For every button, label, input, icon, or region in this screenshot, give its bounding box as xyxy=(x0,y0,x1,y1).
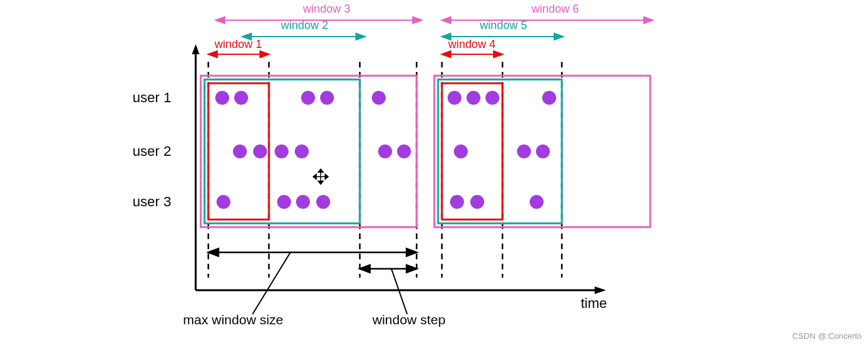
svg-point-65 xyxy=(450,195,464,209)
user3-label: user 3 xyxy=(133,194,171,210)
svg-marker-42 xyxy=(318,181,323,184)
svg-point-54 xyxy=(275,144,288,158)
max-window-size-arrow xyxy=(208,249,417,256)
svg-point-61 xyxy=(217,195,230,209)
window6-label: window 6 xyxy=(532,3,579,16)
svg-marker-27 xyxy=(442,51,451,57)
callout-lines xyxy=(253,252,407,314)
svg-point-50 xyxy=(485,91,499,105)
max-window-size-label: max window size xyxy=(183,312,283,327)
window1-arrow xyxy=(208,51,269,57)
svg-point-63 xyxy=(296,195,310,209)
svg-point-62 xyxy=(277,195,291,209)
svg-point-58 xyxy=(454,144,468,158)
time-axis-label: time xyxy=(581,295,607,312)
svg-line-36 xyxy=(391,269,407,314)
data-points xyxy=(215,91,556,209)
diagram-stage: window 3 window 2 window 1 window 6 wind… xyxy=(183,0,675,328)
svg-marker-28 xyxy=(494,51,502,57)
svg-point-46 xyxy=(320,91,334,105)
svg-marker-41 xyxy=(318,169,323,172)
window-step-label: window step xyxy=(372,312,446,327)
svg-point-52 xyxy=(233,144,247,158)
window-step-arrow xyxy=(360,265,417,273)
svg-marker-39 xyxy=(313,174,316,179)
user1-label: user 1 xyxy=(133,90,171,106)
svg-marker-34 xyxy=(407,265,417,273)
svg-point-57 xyxy=(397,144,411,158)
svg-point-56 xyxy=(378,144,392,158)
svg-point-66 xyxy=(470,195,484,209)
svg-point-51 xyxy=(542,91,556,105)
axes xyxy=(192,44,606,294)
window4-label: window 4 xyxy=(448,38,496,51)
svg-point-55 xyxy=(295,144,309,158)
svg-marker-31 xyxy=(407,249,417,256)
svg-point-64 xyxy=(316,195,330,209)
svg-line-35 xyxy=(253,252,290,314)
svg-marker-3 xyxy=(595,286,606,294)
svg-marker-30 xyxy=(208,249,218,256)
svg-marker-1 xyxy=(192,44,199,54)
svg-point-45 xyxy=(301,91,315,105)
svg-marker-18 xyxy=(208,51,217,57)
watermark: CSDN @:Concerto xyxy=(792,331,862,341)
dashed-verticals xyxy=(208,62,562,278)
cursor-move-icon xyxy=(313,169,328,184)
svg-marker-16 xyxy=(356,33,365,40)
window6-arrow xyxy=(442,17,653,23)
svg-point-49 xyxy=(467,91,480,105)
window3-label: window 3 xyxy=(303,3,350,16)
svg-marker-22 xyxy=(644,17,653,23)
svg-point-47 xyxy=(372,91,386,105)
user2-label: user 2 xyxy=(133,143,171,160)
window2-label: window 2 xyxy=(281,19,328,32)
window5-label: window 5 xyxy=(480,19,527,32)
svg-point-67 xyxy=(530,195,544,209)
svg-point-44 xyxy=(234,91,248,105)
svg-marker-19 xyxy=(260,51,269,57)
svg-point-53 xyxy=(253,144,267,158)
svg-point-60 xyxy=(536,144,550,158)
window1-label: window 1 xyxy=(215,38,262,51)
svg-marker-13 xyxy=(413,17,422,23)
svg-marker-21 xyxy=(442,17,451,23)
svg-point-48 xyxy=(448,91,461,105)
svg-point-59 xyxy=(517,144,531,158)
svg-point-43 xyxy=(215,91,229,105)
svg-marker-12 xyxy=(216,17,225,23)
svg-marker-25 xyxy=(554,33,563,40)
svg-marker-33 xyxy=(360,265,370,273)
window4-arrow xyxy=(442,51,502,57)
svg-marker-40 xyxy=(325,174,328,179)
